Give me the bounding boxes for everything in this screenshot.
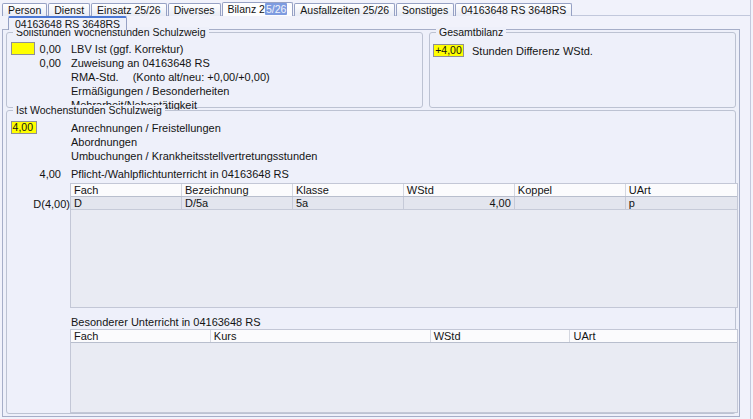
tab-sonstiges[interactable]: Sonstiges [396, 3, 454, 16]
table2-header-fach: Fach [71, 330, 211, 342]
table1-header-wstd: WStd [404, 184, 515, 196]
zuweisung-value: 0,00 [29, 57, 61, 69]
tab-ausfallzeiten-25-26[interactable]: Ausfallzeiten 25/26 [294, 3, 395, 16]
table1-cell-uart: p [626, 197, 737, 209]
lbv-ist-value: 0,00 [29, 43, 61, 55]
stunden-differenz-label: Stunden Differenz WStd. [472, 45, 593, 57]
table2-header-wstd: WStd [431, 330, 571, 342]
table1-cell-fach: D [71, 197, 182, 209]
ermaessigungen-label: Ermäßigungen / Besonderheiten [71, 85, 229, 97]
pflichtunterricht-value: 4,00 [29, 168, 61, 180]
anrechnungen-label: Anrechnungen / Freistellungen [71, 122, 221, 134]
table1-header-bezeichnung: Bezeichnung [182, 184, 293, 196]
abordnungen-label: Abordnungen [71, 136, 137, 148]
tab-bilanz-selected-text: 5/26 [265, 3, 287, 15]
rma-std-konto-detail: (Konto alt/neu: +0,00/+0,00) [133, 71, 270, 83]
pflichtunterricht-table: Fach Bezeichnung Klasse WStd Koppel UArt… [70, 183, 738, 308]
tab-bilanz-25-26[interactable]: Bilanz 25/26 [222, 2, 294, 16]
table1-header-fach: Fach [71, 184, 182, 196]
tab-person[interactable]: Person [2, 3, 47, 16]
besonderer-unterricht-title: Besonderer Unterricht in 04163648 RS [71, 316, 261, 328]
table1-cell-bezeichnung: D/5a [182, 197, 293, 209]
tab-dienst[interactable]: Dienst [48, 3, 90, 16]
gesamtbilanz-legend: Gesamtbilanz [436, 27, 506, 38]
table2-header-kurs: Kurs [211, 330, 431, 342]
bilanz-content-panel: Sollstunden Wochenstunden Schulzweig 0,0… [2, 29, 740, 417]
window-right-border [750, 0, 751, 419]
subtab-04163648-rs-3648rs[interactable]: 04163648 RS 3648RS [8, 16, 127, 30]
sub-tab-bar: 04163648 RS 3648RS [8, 16, 127, 30]
table2-header-row: Fach Kurs WStd UArt [71, 330, 737, 343]
tab-04163648-rs-3648rs[interactable]: 04163648 RS 3648RS [455, 3, 572, 16]
rma-std-row: RMA-Std.(Konto alt/neu: +0,00/+0,00) [71, 71, 270, 83]
rma-std-label: RMA-Std. [71, 71, 119, 83]
table1-row[interactable]: D D/5a 5a 4,00 p [71, 197, 737, 210]
besonderer-unterricht-table: Fach Kurs WStd UArt [70, 329, 738, 413]
table1-cell-wstd: 4,00 [404, 197, 515, 209]
pflichtunterricht-label: Pflicht-/Wahlpflichtunterricht in 041636… [71, 168, 289, 180]
table1-header-uart: UArt [626, 184, 737, 196]
zuweisung-label: Zuweisung an 04163648 RS [71, 57, 210, 69]
tab-einsatz-25-26[interactable]: Einsatz 25/26 [91, 3, 167, 16]
lbv-ist-label: LBV Ist (ggf. Korrektur) [71, 43, 183, 55]
umbuchungen-label: Umbuchungen / Krankheitsstellvertretungs… [71, 150, 317, 162]
main-tab-bar: Person Dienst Einsatz 25/26 Diverses Bil… [2, 2, 573, 16]
tab-bilanz-text: Bilanz 2 [228, 3, 265, 15]
gesamtbilanz-groupbox: Gesamtbilanz [429, 32, 736, 108]
table1-cell-klasse: 5a [293, 197, 404, 209]
stunden-differenz-field[interactable]: +4,00 [433, 44, 464, 57]
anrechnungen-input[interactable]: 4,00 [11, 121, 37, 134]
ist-legend: Ist Wochenstunden Schulzweig [13, 105, 165, 116]
table1-header-koppel: Koppel [515, 184, 626, 196]
table1-row-label: D(4,00) [27, 198, 70, 210]
table1-cell-koppel [515, 197, 626, 209]
table2-header-uart: UArt [570, 330, 737, 342]
table1-header-klasse: Klasse [293, 184, 404, 196]
table1-header-row: Fach Bezeichnung Klasse WStd Koppel UArt [71, 184, 737, 197]
tab-diverses[interactable]: Diverses [168, 3, 221, 16]
